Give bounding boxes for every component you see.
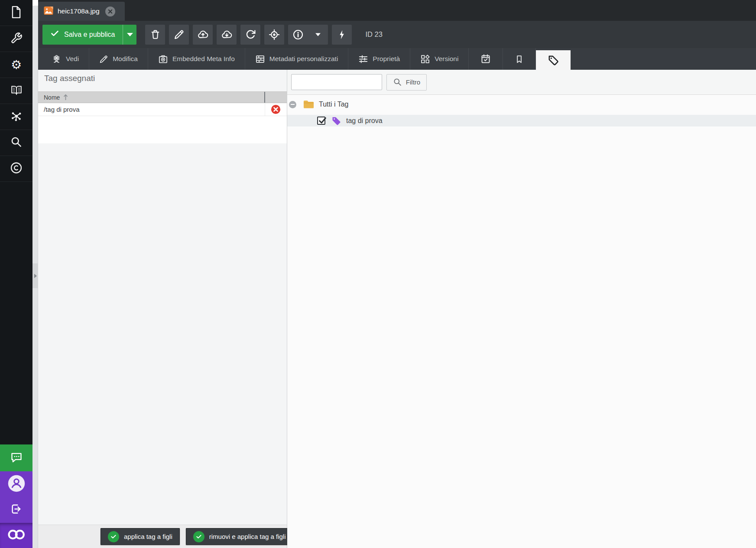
file-tab[interactable]: heic1708a.jpg	[38, 2, 125, 21]
network-icon	[10, 110, 23, 124]
assigned-tag-path: /tag di prova	[44, 106, 80, 113]
delete-circle-icon	[271, 104, 281, 114]
tab-embedded-meta-info[interactable]: Embedded Meta Info	[148, 48, 245, 70]
apply-tags-to-children-button[interactable]: applica tag a figli	[101, 528, 180, 545]
remove-tag-button[interactable]	[271, 104, 281, 114]
column-divider	[265, 103, 265, 116]
assigned-tags-panel: Tag assegnati Nome /tag di prova	[38, 70, 287, 548]
tab-versioni[interactable]: Versioni	[410, 48, 469, 70]
pencil-icon	[99, 55, 108, 64]
tab-metadati-personalizzati[interactable]: Metadati personalizzati	[245, 48, 349, 70]
lightning-icon	[337, 29, 347, 40]
save-publish-button[interactable]: Salva e pubblica	[42, 25, 136, 45]
tag-icon	[331, 116, 341, 126]
tree-tag-label: tag di prova	[346, 117, 383, 125]
tab-notes[interactable]	[503, 48, 536, 70]
sidebar-item-search[interactable]	[0, 130, 32, 156]
delete-button[interactable]	[145, 25, 165, 45]
sidebar-item-settings[interactable]: ⚙	[0, 52, 32, 78]
asset-id-label: ID 23	[365, 30, 382, 39]
wrench-icon	[10, 32, 23, 46]
tag-icon	[548, 55, 559, 66]
tab-vedi[interactable]: Vedi	[42, 48, 89, 70]
tab-tags[interactable]	[536, 50, 571, 70]
assigned-tags-grid: Nome /tag di prova	[38, 91, 287, 143]
asset-nav-tabs: Vedi Modifica Embedded Meta Info Metadat…	[38, 48, 756, 70]
remove-apply-tags-to-children-button[interactable]: rimuovi e applica tag a figli	[186, 528, 293, 545]
user-icon	[7, 474, 26, 494]
tree-node-root[interactable]: Tutti i Tag	[287, 97, 756, 112]
tree-root-label: Tutti i Tag	[319, 101, 348, 108]
upload-button[interactable]	[193, 25, 213, 45]
sidebar-item-copyright[interactable]	[0, 156, 32, 182]
tab-modifica-label: Modifica	[113, 55, 138, 63]
sidebar-item-profile[interactable]	[0, 471, 32, 497]
check-icon	[50, 29, 59, 40]
save-options-dropdown[interactable]	[123, 25, 136, 45]
sidebar-item-logout[interactable]	[0, 497, 32, 523]
rename-button[interactable]	[169, 25, 189, 45]
caret-down-icon	[315, 33, 321, 36]
search-icon	[393, 78, 402, 87]
collapse-icon[interactable]	[289, 101, 296, 108]
camera-icon	[158, 54, 168, 64]
quick-actions-button[interactable]	[332, 25, 352, 45]
tree-node-tag[interactable]: tag di prova	[287, 115, 756, 126]
info-button[interactable]	[288, 25, 308, 45]
image-file-icon	[43, 6, 54, 17]
sidebar-logo[interactable]	[0, 523, 32, 548]
main-sidebar: ⚙	[0, 0, 32, 548]
column-header-label: Nome	[44, 94, 60, 101]
column-header-nome[interactable]: Nome	[38, 91, 287, 103]
tags-panel: Tag assegnati Nome /tag di prova	[38, 70, 756, 548]
tab-schedule[interactable]	[469, 48, 503, 70]
assigned-tags-title: Tag assegnati	[44, 74, 95, 83]
tab-metadati-label: Metadati personalizzati	[269, 55, 338, 63]
trash-icon	[150, 29, 161, 40]
tab-modifica[interactable]: Modifica	[89, 48, 148, 70]
close-tab-button[interactable]	[105, 6, 115, 16]
locate-in-tree-button[interactable]	[264, 25, 284, 45]
file-icon	[10, 6, 22, 20]
sidebar-item-library[interactable]	[0, 78, 32, 104]
sidebar-item-tools[interactable]	[0, 26, 32, 52]
pimcore-app: ⚙	[0, 0, 756, 548]
tag-checkbox[interactable]	[317, 117, 325, 125]
download-button[interactable]	[217, 25, 237, 45]
logout-icon	[10, 503, 23, 517]
sidebar-item-notifications[interactable]	[0, 444, 32, 471]
filter-input[interactable]	[291, 74, 382, 90]
metadata-grid-icon	[255, 54, 265, 64]
tags-filter-toolbar: Filtro	[287, 70, 756, 95]
tab-versioni-label: Versioni	[435, 55, 458, 63]
pimcore-logo-icon	[7, 529, 26, 542]
document-tabstrip: heic1708a.jpg	[38, 0, 756, 21]
tab-proprieta[interactable]: Proprietà	[348, 48, 410, 70]
chevron-right-icon	[34, 274, 37, 278]
tab-proprieta-label: Proprietà	[373, 55, 400, 63]
search-icon	[10, 136, 22, 149]
remove-apply-tags-label: rimuovi e applica tag a figli	[209, 533, 286, 540]
save-publish-label: Salva e pubblica	[64, 31, 115, 39]
reload-button[interactable]	[240, 25, 260, 45]
copyright-icon	[10, 162, 23, 176]
expand-panel-handle[interactable]	[32, 263, 38, 288]
filter-button[interactable]: Filtro	[386, 74, 427, 91]
file-tab-title: heic1708a.jpg	[58, 7, 100, 15]
column-divider[interactable]	[264, 92, 265, 103]
info-dropdown-button[interactable]	[308, 25, 328, 45]
assigned-tag-row[interactable]: /tag di prova	[38, 103, 287, 116]
close-icon	[108, 9, 113, 14]
caret-down-icon	[127, 33, 133, 36]
locate-icon	[269, 29, 280, 40]
chat-icon	[10, 451, 23, 465]
sidebar-item-documents[interactable]	[0, 0, 32, 26]
bookmark-icon	[515, 54, 524, 64]
assigned-tags-bottombar: applica tag a figli rimuovi e applica ta…	[38, 525, 287, 548]
collapsed-panel-strip[interactable]	[32, 6, 38, 548]
tab-embedded-meta-info-label: Embedded Meta Info	[172, 55, 235, 63]
sidebar-item-workflow[interactable]	[0, 104, 32, 130]
cloud-upload-icon	[197, 29, 209, 40]
check-circle-icon	[193, 531, 204, 542]
check-icon	[318, 115, 327, 126]
